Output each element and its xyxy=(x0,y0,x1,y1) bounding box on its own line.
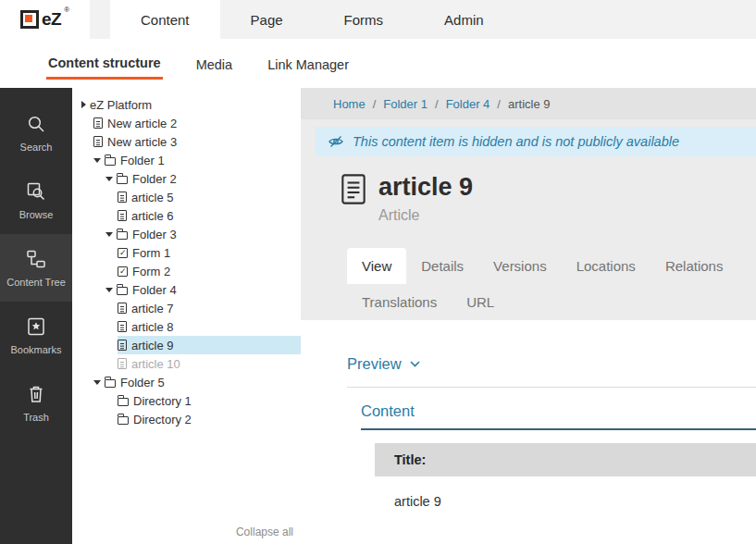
hidden-eye-icon xyxy=(328,133,344,150)
breadcrumb-separator: / xyxy=(373,97,377,111)
subnav-media[interactable]: Media xyxy=(194,49,235,79)
tab-locations[interactable]: Locations xyxy=(562,248,651,284)
tree-item-label: article 9 xyxy=(131,339,174,352)
subnav-link-manager[interactable]: Link Manager xyxy=(266,49,351,79)
tree-item-form-1[interactable]: Form 1 xyxy=(72,243,301,262)
tree-item-label: Folder 5 xyxy=(120,376,165,389)
tree-item-label: Directory 1 xyxy=(133,394,192,408)
sidebar-item-label: Content Tree xyxy=(6,277,66,288)
icon-sidebar: Search Browse Content Tree Bookmarks xyxy=(0,88,72,544)
tab-view[interactable]: View xyxy=(347,248,406,284)
tree-item-ez-platform[interactable]: eZ Platform xyxy=(72,95,301,114)
tree-item-article-7[interactable]: article 7 xyxy=(72,299,301,317)
folder-icon xyxy=(117,176,128,184)
folder-icon xyxy=(117,287,128,295)
tab-details[interactable]: Details xyxy=(406,248,478,284)
tab-versions[interactable]: Versions xyxy=(478,248,562,284)
content-tree-icon xyxy=(25,248,47,270)
form-icon xyxy=(118,266,128,277)
sidebar-item-label: Search xyxy=(20,142,53,153)
top-tab-admin[interactable]: Admin xyxy=(414,0,514,39)
sidebar-item-trash[interactable]: Trash xyxy=(0,369,72,437)
ez-logo[interactable]: eZ ® xyxy=(0,0,90,39)
tree-item-label: article 10 xyxy=(131,357,180,371)
folder-icon xyxy=(117,231,128,240)
expanded-arrow-icon[interactable] xyxy=(105,288,113,292)
section-divider xyxy=(347,387,756,388)
expanded-arrow-icon[interactable] xyxy=(93,158,101,163)
tree-item-article-6[interactable]: article 6 xyxy=(72,206,301,225)
tree-item-label: Folder 4 xyxy=(132,283,177,297)
form-icon xyxy=(118,248,128,258)
tree-item-folder-1[interactable]: Folder 1 xyxy=(72,151,301,169)
subnav-content-structure[interactable]: Content structure xyxy=(46,47,163,80)
ez-logo-text: eZ xyxy=(42,9,61,30)
article-icon xyxy=(118,321,127,332)
collapse-all-button[interactable]: Collapse all xyxy=(236,525,293,538)
sidebar-item-content-tree[interactable]: Content Tree xyxy=(0,234,72,302)
selected-row-highlight: article 9 xyxy=(118,336,301,354)
collapsed-arrow-icon[interactable] xyxy=(81,101,86,108)
tree-item-label: Directory 2 xyxy=(133,413,192,427)
trash-icon xyxy=(25,383,47,405)
top-tab-forms[interactable]: Forms xyxy=(314,0,415,39)
folder-icon xyxy=(118,398,129,406)
top-tab-page[interactable]: Page xyxy=(220,0,314,39)
content-tree-panel: eZ Platform New article 2 New article 3 … xyxy=(72,88,301,544)
field-label: Title: xyxy=(375,443,756,476)
tree-item-label: Folder 1 xyxy=(120,154,165,167)
tree-item-article-8[interactable]: article 8 xyxy=(72,317,301,336)
content-tabs: View Details Versions Locations Relation… xyxy=(347,248,756,320)
top-bar: eZ ® Content Page Forms Admin xyxy=(0,0,756,39)
tree-item-label: article 5 xyxy=(131,191,174,204)
tree-item-folder-3[interactable]: Folder 3 xyxy=(72,225,301,243)
folder-icon xyxy=(118,416,129,425)
expanded-arrow-icon[interactable] xyxy=(105,232,113,237)
tree-item-folder-2[interactable]: Folder 2 xyxy=(72,169,301,188)
article-icon xyxy=(118,358,127,369)
breadcrumb-home[interactable]: Home xyxy=(333,97,366,111)
breadcrumb-separator: / xyxy=(497,97,501,111)
expanded-arrow-icon[interactable] xyxy=(93,380,101,385)
content-section-heading: Content xyxy=(361,402,756,430)
tree-item-label: New article 2 xyxy=(107,117,177,130)
preview-toggle[interactable]: Preview xyxy=(347,355,756,373)
preview-label: Preview xyxy=(347,355,402,373)
sidebar-item-browse[interactable]: Browse xyxy=(0,167,72,234)
article-icon xyxy=(93,117,103,129)
tree-item-form-2[interactable]: Form 2 xyxy=(72,262,301,280)
breadcrumb-folder-4[interactable]: Folder 4 xyxy=(446,97,490,111)
tree-item-directory-1[interactable]: Directory 1 xyxy=(72,391,301,410)
tree-item-label: Form 1 xyxy=(132,246,170,260)
folder-icon xyxy=(105,379,116,388)
tree-item-article-9[interactable]: article 9 xyxy=(72,336,301,354)
content-header: article 9 Article xyxy=(341,173,756,224)
sidebar-item-label: Trash xyxy=(23,412,49,423)
tree-item-label: article 6 xyxy=(131,209,174,223)
sidebar-item-label: Browse xyxy=(19,209,54,220)
bookmarks-icon xyxy=(25,315,47,338)
expanded-arrow-icon[interactable] xyxy=(105,177,113,181)
field-value: article 9 xyxy=(375,476,756,526)
article-icon xyxy=(118,210,127,221)
breadcrumb-folder-1[interactable]: Folder 1 xyxy=(383,97,428,111)
tree-item-article-10[interactable]: article 10 xyxy=(72,354,301,373)
tree-item-directory-2[interactable]: Directory 2 xyxy=(72,410,301,428)
tree-item-new-article-3[interactable]: New article 3 xyxy=(72,132,301,151)
sidebar-item-bookmarks[interactable]: Bookmarks xyxy=(0,302,72,369)
tree-item-folder-4[interactable]: Folder 4 xyxy=(72,280,301,299)
sidebar-item-search[interactable]: Search xyxy=(0,99,72,167)
tree-item-new-article-2[interactable]: New article 2 xyxy=(72,114,301,132)
view-tab-panel: Preview Content Title: article 9 xyxy=(301,320,756,544)
secondary-nav: Content structure Media Link Manager xyxy=(0,39,756,88)
tab-relations[interactable]: Relations xyxy=(651,248,738,284)
tree-item-folder-5[interactable]: Folder 5 xyxy=(72,373,301,391)
top-tab-content[interactable]: Content xyxy=(110,0,220,39)
tree-item-label: eZ Platform xyxy=(90,98,152,112)
tab-url[interactable]: URL xyxy=(452,284,509,320)
tab-translations[interactable]: Translations xyxy=(347,284,452,320)
tree-item-article-5[interactable]: article 5 xyxy=(72,188,301,206)
article-icon xyxy=(118,303,127,314)
ez-logo-registered-mark: ® xyxy=(64,6,69,14)
tree-item-label: Folder 2 xyxy=(132,172,177,186)
